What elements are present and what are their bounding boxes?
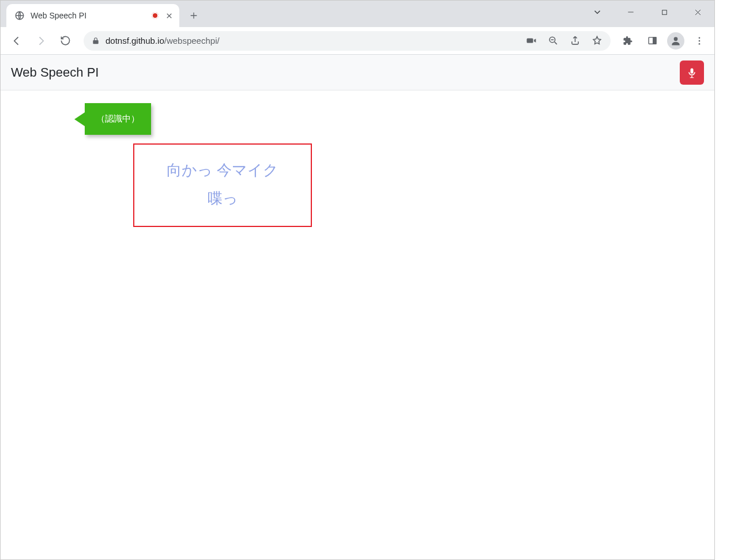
url-text: dotnsf.github.io/webspeechpi/	[106, 36, 220, 46]
content-area: （認識中） 向かっ 今マイク 喋っ	[1, 90, 714, 108]
svg-point-5	[674, 37, 678, 41]
window-close-button[interactable]	[681, 1, 714, 24]
svg-rect-1	[662, 10, 667, 14]
url-path: /webspeechpi/	[164, 36, 220, 46]
reload-button[interactable]	[55, 31, 76, 51]
extensions-button[interactable]	[619, 32, 637, 50]
window-minimize-button[interactable]	[614, 1, 647, 24]
window-maximize-button[interactable]	[647, 1, 681, 24]
tab-title: Web Speech PI	[31, 11, 146, 20]
back-button[interactable]	[6, 31, 27, 51]
recognition-status-chip: （認識中）	[85, 103, 151, 135]
window-controls	[581, 1, 714, 24]
speech-result-text: 向かっ 今マイク 喋っ	[144, 156, 302, 213]
recording-indicator-icon	[152, 12, 159, 19]
profile-avatar-button[interactable]	[667, 32, 684, 50]
lock-icon	[92, 37, 100, 45]
camera-icon[interactable]	[525, 35, 537, 47]
microphone-button[interactable]	[680, 60, 704, 85]
svg-point-8	[699, 43, 701, 44]
chrome-menu-button[interactable]	[690, 32, 709, 50]
tab-search-button[interactable]	[581, 1, 614, 24]
app-header: Web Speech PI	[1, 55, 714, 90]
svg-point-7	[699, 40, 701, 41]
microphone-icon	[686, 67, 698, 78]
address-bar[interactable]: dotnsf.github.io/webspeechpi/	[84, 31, 611, 51]
speech-result-box: 向かっ 今マイク 喋っ	[133, 143, 312, 227]
browser-tab[interactable]: Web Speech PI	[6, 4, 179, 27]
browser-titlebar: Web Speech PI	[1, 1, 714, 27]
globe-icon	[14, 10, 25, 21]
url-host: dotnsf.github.io	[106, 36, 164, 46]
browser-toolbar: dotnsf.github.io/webspeechpi/	[1, 27, 714, 55]
svg-point-6	[699, 37, 701, 39]
new-tab-button[interactable]	[185, 7, 202, 24]
forward-button[interactable]	[31, 31, 51, 51]
status-label: （認識中）	[96, 113, 140, 123]
svg-rect-4	[653, 37, 656, 44]
app-title: Web Speech PI	[11, 65, 99, 80]
zoom-out-icon[interactable]	[547, 35, 559, 47]
bookmark-star-icon[interactable]	[591, 35, 603, 47]
close-tab-button[interactable]	[164, 11, 174, 20]
side-panel-button[interactable]	[643, 32, 661, 50]
page-content: Web Speech PI （認識中） 向かっ 今マイク 喋っ	[1, 55, 714, 108]
share-icon[interactable]	[569, 35, 581, 47]
